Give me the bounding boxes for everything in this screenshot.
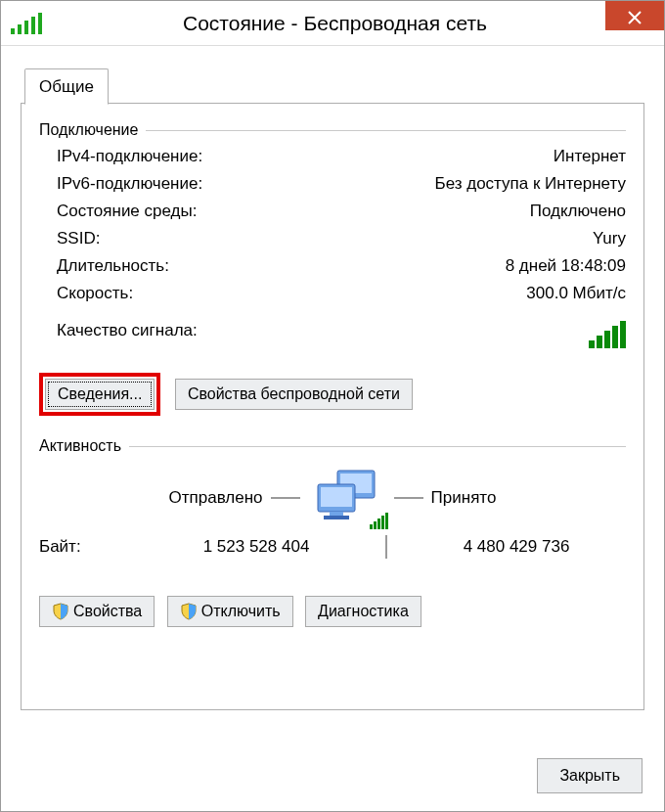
- bytes-label: Байт:: [39, 537, 147, 557]
- group-activity-title: Активность: [39, 437, 626, 455]
- diagnose-button[interactable]: Диагностика: [305, 596, 421, 627]
- ipv4-label: IPv4-подключение:: [57, 147, 202, 166]
- ssid-label: SSID:: [57, 229, 100, 248]
- media-value: Подключено: [530, 202, 626, 221]
- row-duration: Длительность: 8 дней 18:48:09: [57, 252, 626, 280]
- tab-general[interactable]: Общие: [24, 68, 109, 105]
- media-label: Состояние среды:: [57, 202, 197, 221]
- svg-rect-5: [324, 516, 349, 519]
- group-connection-title: Подключение: [39, 121, 626, 139]
- ssid-value: Yury: [593, 229, 626, 248]
- signal-bars-icon: [11, 13, 45, 34]
- row-media-state: Состояние среды: Подключено: [57, 198, 626, 225]
- duration-value: 8 дней 18:48:09: [506, 256, 626, 276]
- titlebar: Состояние - Беспроводная сеть: [1, 1, 664, 46]
- bytes-row: Байт: 1 523 528 404 4 480 429 736: [39, 535, 626, 559]
- close-icon: [628, 11, 642, 24]
- tabstrip: Общие: [21, 68, 644, 104]
- row-ipv6: IPv6-подключение: Без доступа к Интернет…: [57, 170, 626, 198]
- duration-label: Длительность:: [57, 256, 169, 276]
- network-monitors-icon: [308, 469, 386, 527]
- speed-label: Скорость:: [57, 284, 133, 303]
- sent-label: Отправлено: [169, 488, 263, 508]
- highlight-box: Сведения...: [39, 373, 160, 416]
- row-ipv4: IPv4-подключение: Интернет: [57, 143, 626, 170]
- svg-rect-3: [321, 487, 352, 507]
- signal-quality-icon: [587, 321, 626, 353]
- svg-rect-4: [330, 512, 343, 516]
- details-button[interactable]: Сведения...: [45, 379, 155, 410]
- bytes-sent-value: 1 523 528 404: [147, 537, 366, 557]
- shield-icon: [180, 603, 198, 620]
- activity-header: Отправлено: [39, 469, 626, 527]
- shield-icon: [52, 603, 69, 620]
- received-label: Принято: [431, 488, 497, 508]
- ipv4-value: Интернет: [554, 147, 626, 166]
- tab-panel: Подключение IPv4-подключение: Интернет I…: [21, 104, 644, 710]
- properties-button[interactable]: Свойства: [39, 596, 155, 627]
- close-window-button[interactable]: [605, 1, 664, 30]
- ipv6-value: Без доступа к Интернету: [434, 174, 626, 194]
- row-speed: Скорость: 300.0 Мбит/с: [57, 280, 626, 307]
- disable-button[interactable]: Отключить: [167, 596, 293, 627]
- window-title: Состояние - Беспроводная сеть: [45, 12, 664, 35]
- row-ssid: SSID: Yury: [57, 225, 626, 252]
- signal-label: Качество сигнала:: [57, 321, 198, 353]
- ipv6-label: IPv6-подключение:: [57, 174, 202, 194]
- bytes-received-value: 4 480 429 736: [407, 537, 626, 557]
- status-window: Состояние - Беспроводная сеть Общие Подк…: [0, 0, 665, 812]
- wireless-properties-button[interactable]: Свойства беспроводной сети: [175, 379, 413, 410]
- signal-mini-icon: [369, 512, 388, 529]
- close-button[interactable]: Закрыть: [537, 758, 643, 793]
- row-signal-quality: Качество сигнала:: [57, 317, 626, 357]
- separator: [385, 535, 387, 559]
- speed-value: 300.0 Мбит/с: [526, 284, 626, 303]
